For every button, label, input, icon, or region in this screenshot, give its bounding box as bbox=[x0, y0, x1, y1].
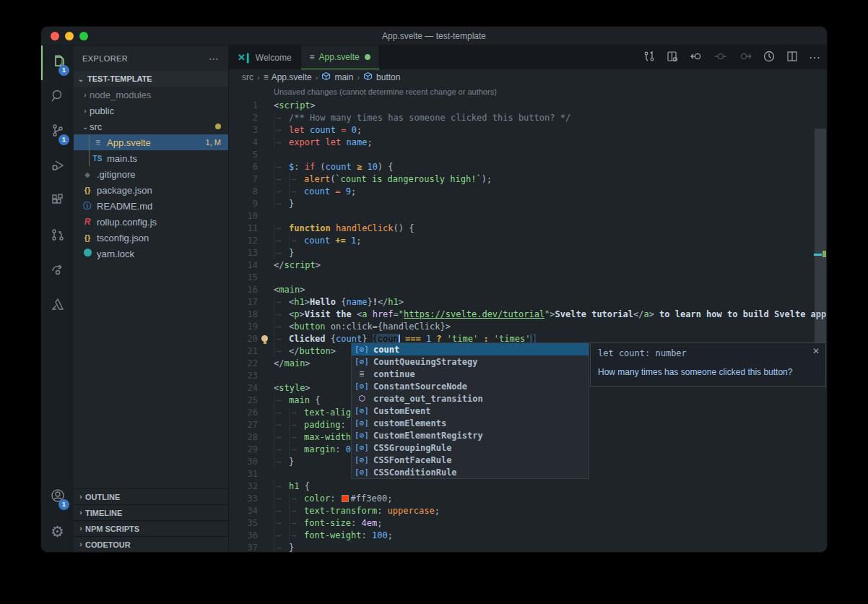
tree-item-rollup-config-js[interactable]: Rrollup.config.js bbox=[74, 214, 228, 230]
open-changes-icon[interactable] bbox=[643, 50, 656, 66]
code-line-4[interactable]: 4→export let name; bbox=[229, 137, 827, 149]
line-number: 27 bbox=[229, 419, 258, 431]
tree-item-node-modules[interactable]: ›node_modules bbox=[74, 87, 228, 103]
code-line-6[interactable]: 6→$: if (count ≥ 10) { bbox=[229, 161, 827, 173]
code-editor[interactable]: Unsaved changes (cannot determine recent… bbox=[229, 85, 827, 552]
breadcrumb-src[interactable]: src bbox=[242, 72, 253, 82]
code-line-7[interactable]: 7→→alert(`count is dangerously high!`); bbox=[229, 173, 827, 186]
tab-whitespace: → bbox=[274, 345, 289, 358]
code-line-8[interactable]: 8→→count = 9; bbox=[229, 186, 827, 198]
split-editor-icon[interactable] bbox=[786, 50, 799, 66]
section-npm-scripts[interactable]: ›NPM SCRIPTS bbox=[74, 520, 228, 536]
suggest-widget: [⊘]count[⊘]CountQueuingStrategy≣continue… bbox=[351, 342, 589, 479]
close-icon[interactable]: ✕ bbox=[812, 346, 820, 356]
accounts-badge: 1 bbox=[58, 499, 69, 510]
suggest-item-continue[interactable]: ≣continue bbox=[352, 368, 589, 380]
open-preview-icon[interactable] bbox=[666, 50, 679, 66]
tree-item-package-json[interactable]: {}package.json bbox=[74, 182, 228, 198]
sidebar-item-github-pull-requests[interactable] bbox=[41, 219, 74, 254]
code-line-5[interactable]: 5 bbox=[229, 149, 827, 161]
code-line-19[interactable]: 19→<button on:click={handleClick}> bbox=[229, 321, 827, 333]
section-timeline[interactable]: ›TIMELINE bbox=[74, 504, 228, 520]
section-codetour[interactable]: ›CODETOUR bbox=[74, 536, 228, 552]
code-line-32[interactable]: 32→h1 { bbox=[229, 480, 827, 493]
suggest-item-customevent[interactable]: [⊘]CustomEvent bbox=[352, 405, 589, 417]
breadcrumb-main[interactable]: main bbox=[334, 72, 353, 82]
sidebar-item-run-debug[interactable] bbox=[41, 150, 74, 184]
tab-welcome[interactable]: ✕❙ Welcome bbox=[229, 46, 301, 69]
tree-item--gitignore[interactable]: ◆.gitignore bbox=[74, 166, 228, 182]
code-line-1[interactable]: 1<script> bbox=[229, 100, 827, 112]
more-actions-icon[interactable]: ⋯ bbox=[809, 51, 821, 64]
color-swatch[interactable] bbox=[342, 495, 349, 502]
code-line-13[interactable]: 13→} bbox=[229, 247, 827, 259]
sidebar-item-explorer[interactable]: 1 bbox=[41, 46, 74, 80]
code-line-11[interactable]: 11→function handleClick() { bbox=[229, 223, 827, 235]
explorer-more-actions-button[interactable]: ⋯ bbox=[209, 53, 220, 64]
suggest-item-cssfontfacerule[interactable]: [⊘]CSSFontFaceRule bbox=[352, 454, 589, 466]
tab-whitespace: → bbox=[289, 407, 304, 419]
line-number: 25 bbox=[229, 394, 258, 407]
sidebar-item-live-share[interactable] bbox=[41, 254, 74, 288]
sidebar-item-extensions[interactable] bbox=[41, 184, 74, 219]
tree-item-app-svelte[interactable]: ≡App.svelte1, M bbox=[74, 134, 228, 150]
window-title: App.svelte — test-template bbox=[41, 27, 827, 46]
tab-whitespace: → bbox=[274, 407, 289, 419]
code-line-35[interactable]: 35→→font-size: 4em; bbox=[229, 517, 827, 530]
code-line-16[interactable]: 16<main> bbox=[229, 284, 827, 296]
editor-scrollbar[interactable] bbox=[815, 129, 826, 345]
tree-item-src[interactable]: ⌄src bbox=[74, 118, 228, 134]
breadcrumb-file[interactable]: App.svelte bbox=[272, 72, 312, 82]
step-back-icon[interactable] bbox=[689, 50, 703, 66]
code-line-18[interactable]: 18→<p>Visit the <a href="https://svelte.… bbox=[229, 309, 827, 321]
modified-dot-icon[interactable] bbox=[365, 54, 370, 60]
symbol-cube-icon: ⬡ bbox=[355, 394, 369, 403]
sidebar-item-source-control[interactable]: 1 bbox=[41, 115, 74, 150]
code-line-14[interactable]: 14</script> bbox=[229, 259, 827, 272]
suggest-item-count[interactable]: [⊘]count bbox=[352, 343, 589, 355]
tree-item-readme-md[interactable]: ⓘREADME.md bbox=[74, 198, 228, 214]
code-line-37[interactable]: 37→} bbox=[229, 542, 827, 553]
lightbulb-icon[interactable] bbox=[261, 335, 269, 343]
suggest-item-cssgroupingrule[interactable]: [⊘]CSSGroupingRule bbox=[352, 441, 589, 454]
chevron-right-icon: › bbox=[316, 73, 318, 82]
suggest-item-constantsourcenode[interactable]: [⊘]ConstantSourceNode bbox=[352, 380, 589, 392]
code-line-34[interactable]: 34→→text-transform: uppercase; bbox=[229, 505, 827, 517]
tree-item-yarn-lock[interactable]: yarn.lock bbox=[74, 246, 228, 262]
suggest-item-label: ConstantSourceNode bbox=[373, 381, 467, 392]
code-line-10[interactable]: 10 bbox=[229, 210, 827, 223]
section-outline[interactable]: ›OUTLINE bbox=[74, 488, 228, 504]
suggest-item-customelementregistry[interactable]: [⊘]CustomElementRegistry bbox=[352, 429, 589, 441]
tree-item-public[interactable]: ›public bbox=[74, 103, 228, 118]
accounts-button[interactable]: 1 bbox=[41, 480, 74, 514]
sidebar-item-search[interactable] bbox=[41, 80, 74, 115]
suggest-item-cssconditionrule[interactable]: [⊘]CSSConditionRule bbox=[352, 466, 589, 478]
suggest-item-label: CSSGroupingRule bbox=[373, 443, 451, 453]
code-line-9[interactable]: 9→} bbox=[229, 198, 827, 210]
suggest-item-countqueuingstrategy[interactable]: [⊘]CountQueuingStrategy bbox=[352, 355, 589, 368]
code-line-12[interactable]: 12→→count += 1; bbox=[229, 235, 827, 247]
tree-item-tsconfig-json[interactable]: {}tsconfig.json bbox=[74, 230, 228, 246]
tab-whitespace: → bbox=[274, 223, 289, 235]
title-bar[interactable]: App.svelte — test-template bbox=[41, 27, 827, 46]
code-line-2[interactable]: 2→/** How many times has someone clicked… bbox=[229, 112, 827, 124]
code-line-36[interactable]: 36→→font-weight: 100; bbox=[229, 530, 827, 542]
workspace-root-folder[interactable]: ⌄ TEST-TEMPLATE bbox=[74, 71, 228, 87]
explorer-sidebar: EXPLORER ⋯ ⌄ TEST-TEMPLATE ›node_modules… bbox=[74, 46, 229, 552]
code-line-3[interactable]: 3→let count = 0; bbox=[229, 124, 827, 137]
code-line-33[interactable]: 33→→color: #ff3e00; bbox=[229, 493, 827, 505]
timer-icon[interactable] bbox=[763, 50, 776, 66]
tab-whitespace: → bbox=[289, 419, 304, 431]
breadcrumb-button[interactable]: button bbox=[376, 72, 400, 82]
suggest-item-create_out_transition[interactable]: ⬡create_out_transition bbox=[352, 392, 589, 405]
tab-app-svelte[interactable]: ≡ App.svelte bbox=[301, 46, 380, 69]
tree-item-main-ts[interactable]: TSmain.ts bbox=[74, 150, 228, 166]
sidebar-item-azure[interactable] bbox=[41, 288, 74, 323]
code-line-17[interactable]: 17→<h1>Hello {name}!</h1> bbox=[229, 296, 827, 309]
chevron-right-icon: › bbox=[77, 493, 85, 501]
suggest-item-customelements[interactable]: [⊘]customElements bbox=[352, 417, 589, 429]
suggest-docs-body: How many times has someone clicked this … bbox=[598, 367, 818, 377]
code-line-15[interactable]: 15 bbox=[229, 272, 827, 284]
tab-whitespace: → bbox=[274, 333, 289, 345]
settings-button[interactable]: ⚙ bbox=[41, 514, 74, 549]
